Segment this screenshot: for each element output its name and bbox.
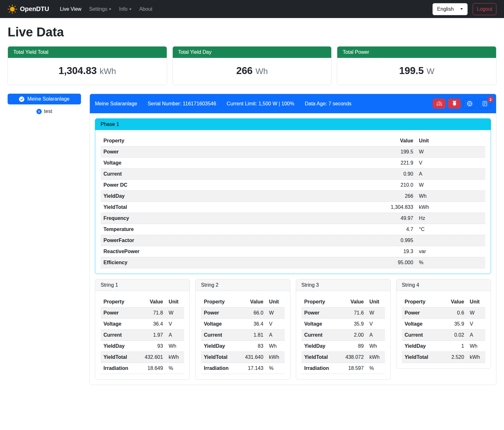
cell-property: YieldDay [101,341,139,352]
navbar: OpenDTU Live View Settings Info About En… [0,0,504,18]
device-info-button[interactable] [463,99,476,109]
cell-property: YieldTotal [302,352,340,363]
cell-unit: kWh [266,352,284,363]
brand-label: OpenDTU [20,5,49,13]
nav-info-dropdown[interactable]: Info [115,4,135,15]
sidebar-item-inverter[interactable]: Meine Solaranlage [8,94,81,104]
table-header-row: Property Value Unit [101,296,184,308]
cell-property: Current [101,330,139,341]
summary-card-title: Total Yield Day [173,47,332,58]
cell-unit: % [367,363,385,374]
cell-value: 1,304.833 [362,202,416,213]
column-header-value: Value [440,296,467,308]
cell-value: 0.995 [362,235,416,246]
language-select[interactable]: English [432,3,468,15]
cell-property: YieldDay [201,341,240,352]
event-count-badge: 2 [488,97,494,103]
inverter-panel: Meine Solaranlage Serial Number: 1161716… [90,94,496,385]
cell-unit: W [467,308,485,319]
cell-unit: W [416,146,485,158]
phase-card: Phase 1 Property Value Unit [95,118,491,274]
cell-value: 2.520 [440,352,467,363]
cell-unit: kWh [367,352,385,363]
column-header-value: Value [340,296,367,308]
summary-card-title: Total Power [337,47,496,58]
cell-value: 17.143 [240,363,266,374]
table-row: Power 199.5 W [101,146,485,158]
phase-card-title: Phase 1 [95,119,491,130]
inverter-panel-body: Phase 1 Property Value Unit [90,113,496,385]
caret-down-icon [460,8,463,10]
power-button[interactable] [448,99,461,109]
cell-unit: A [367,330,385,341]
cell-unit: V [266,319,284,330]
table-header-row: Property Value Unit [101,135,485,146]
table-row: YieldTotal 432.601 kWh [101,352,184,363]
table-row: YieldDay 1 Wh [402,341,485,352]
sun-icon [8,4,17,14]
cell-property: YieldTotal [201,352,240,363]
x-circle-icon[interactable] [36,109,42,114]
column-header-property: Property [101,135,362,146]
table-row: YieldTotal 438.072 kWh [302,352,385,363]
sidebar: Meine Solaranlage test [8,94,81,114]
nav-settings-dropdown[interactable]: Settings [85,4,115,15]
cell-property: Power [101,146,362,158]
column-header-unit: Unit [367,296,385,308]
brand[interactable]: OpenDTU [8,4,49,14]
cell-value: 93 [139,341,166,352]
cell-property: Current [302,330,340,341]
inverter-actions: 2 [433,99,491,109]
cell-value: 18.649 [139,363,166,374]
cell-property: Power DC [101,180,362,191]
cell-unit: Wh [166,341,184,352]
summary-card-unit: kWh [100,66,116,76]
cell-value: 71.8 [139,308,166,319]
cell-unit: A [266,330,284,341]
logout-button[interactable]: Logout [473,3,496,15]
table-row: Irradiation 18.597 % [302,363,385,374]
cell-value: 4.7 [362,224,416,235]
event-log-button[interactable]: 2 [478,99,491,109]
summary-card-yield-total: Total Yield Total 1,304.83kWh [8,46,167,85]
string-card-title: String 2 [196,279,290,291]
cell-property: Power [302,308,340,319]
cell-property: Current [101,169,362,180]
sidebar-item-label: test [44,109,52,114]
cell-value: 432.601 [139,352,166,363]
string-card-1: String 1 Property Value Unit [95,279,190,380]
cell-value: 71.6 [340,308,367,319]
limit-settings-button[interactable] [433,99,445,109]
cell-unit: % [166,363,184,374]
cell-unit: V [467,319,485,330]
table-row: Voltage 35.9 V [302,319,385,330]
cell-property: Voltage [101,319,139,330]
inverter-name: Meine Solaranlage [95,101,137,107]
cell-unit: % [416,257,485,268]
table-row: Current 2.00 A [302,330,385,341]
table-row: YieldDay 89 Wh [302,341,385,352]
table-row: YieldTotal 1,304.833 kWh [101,202,485,213]
column-header-value: Value [362,135,416,146]
table-row: YieldDay 266 Wh [101,191,485,202]
cell-property: Voltage [402,319,440,330]
cell-property: Current [201,330,240,341]
summary-card-title: Total Yield Total [8,47,167,58]
column-header-property: Property [302,296,340,308]
column-header-unit: Unit [166,296,184,308]
cell-property: Power [101,308,139,319]
cell-property: Voltage [201,319,240,330]
cell-value: 49.97 [362,213,416,224]
nav-live-view[interactable]: Live View [56,4,85,15]
table-row: Efficiency 95.000 % [101,257,485,268]
cell-unit: A [166,330,184,341]
nav-about[interactable]: About [135,4,156,15]
journal-icon [482,101,488,106]
cell-unit: Wh [367,341,385,352]
sidebar-item-test[interactable]: test [8,109,81,114]
cell-property: Irradiation [101,363,139,374]
summary-card-total-power: Total Power 199.5W [337,46,496,85]
summary-card-unit: Wh [255,66,268,76]
cell-unit: kWh [166,352,184,363]
cell-unit: kWh [467,352,485,363]
